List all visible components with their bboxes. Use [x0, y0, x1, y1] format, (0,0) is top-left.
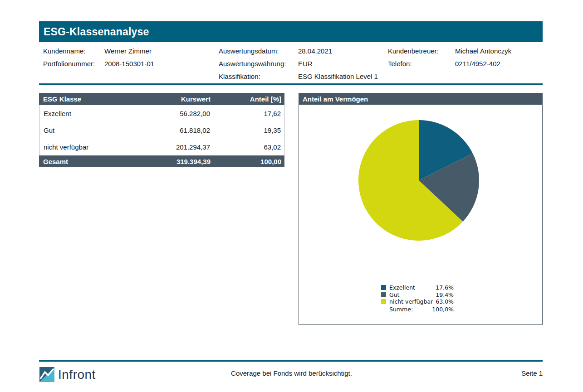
- total-label: Gesamt: [39, 158, 130, 165]
- meta-label: Kundenbetreuer:: [388, 47, 455, 55]
- cell-kurswert: 201.294,37: [129, 143, 210, 151]
- chart-panel: Anteil am Vermögen Exzellent 17,6% Gut 1…: [299, 93, 543, 325]
- meta-label: Portfolionummer:: [43, 60, 104, 68]
- legend-percent: 17,6%: [436, 284, 454, 291]
- table-header-row: ESG Klasse Kurswert Anteil [%]: [39, 93, 284, 105]
- legend-item: Exzellent 17,6%: [381, 284, 454, 291]
- table-row: Gut 61.818,02 19,35: [39, 122, 284, 139]
- legend-label: Exzellent: [389, 284, 415, 291]
- table-total-row: Gesamt 319.394,39 100,00: [39, 155, 284, 167]
- cell-kurswert: 61.818,02: [129, 126, 210, 134]
- meta-pair: Auswertungswährung: EUR: [219, 57, 378, 70]
- meta-column-customer: Kundenname: Werner Zimmer Portfolionumme…: [43, 44, 154, 70]
- pie-chart: [358, 120, 479, 241]
- meta-pair: Telefon: 0211/4952-402: [388, 57, 511, 70]
- column-header-kurswert: Kurswert: [130, 95, 211, 103]
- meta-label: Kundenname:: [43, 47, 104, 55]
- footer-note: Coverage bei Fonds wird berücksichtigt.: [0, 369, 583, 377]
- total-kurswert: 319.394,39: [130, 158, 211, 165]
- meta-column-advisor: Kundenbetreuer: Michael Antonczyk Telefo…: [388, 44, 511, 70]
- legend-label: nicht verfügbar: [389, 298, 433, 305]
- meta-value: Michael Antonczyk: [455, 47, 511, 55]
- legend-swatch-nicht-verfuegbar: [381, 299, 386, 304]
- meta-value: 2008-150301-01: [104, 60, 154, 68]
- column-header-anteil: Anteil [%]: [211, 95, 284, 103]
- legend-item: nicht verfügbar 63,0%: [381, 298, 454, 305]
- cell-anteil: 17,62: [210, 110, 284, 117]
- meta-value: EUR: [298, 60, 313, 68]
- cell-kurswert: 56.282,00: [129, 110, 210, 117]
- legend-percent: 19,4%: [436, 291, 454, 298]
- meta-pair: Kundenname: Werner Zimmer: [43, 44, 154, 57]
- legend-swatch-exzellent: [381, 285, 386, 290]
- meta-pair: Portfolionummer: 2008-150301-01: [43, 57, 154, 70]
- chart-legend: Exzellent 17,6% Gut 19,4% nicht verfügba…: [381, 284, 454, 313]
- legend-label: Gut: [389, 291, 400, 298]
- report-meta-section: Kundenname: Werner Zimmer Portfolionumme…: [39, 44, 543, 82]
- separator-line-top: [39, 83, 543, 85]
- page-title: ESG-Klassenanalyse: [44, 26, 149, 38]
- table-row: nicht verfügbar 201.294,37 63,02: [39, 139, 284, 155]
- cell-anteil: 63,02: [210, 143, 284, 151]
- total-anteil: 100,00: [211, 158, 284, 165]
- meta-label: Auswertungsdatum:: [219, 47, 298, 55]
- legend-swatch-gut: [381, 292, 386, 297]
- chart-panel-title: Anteil am Vermögen: [299, 93, 543, 105]
- meta-label: Auswertungswährung:: [219, 60, 298, 68]
- legend-label: Summe:: [389, 306, 413, 313]
- pie-chart-svg: [358, 120, 479, 241]
- meta-column-evaluation: Auswertungsdatum: 28.04.2021 Auswertungs…: [219, 44, 378, 82]
- page-number: Seite 1: [521, 369, 543, 377]
- cell-esg-klasse: nicht verfügbar: [39, 143, 129, 151]
- legend-total-row: Summe: 100,0%: [381, 306, 454, 313]
- cell-esg-klasse: Gut: [39, 126, 129, 134]
- meta-value: 28.04.2021: [298, 47, 332, 55]
- cell-anteil: 19,35: [210, 126, 284, 134]
- meta-pair: Klassifikation: ESG Klassifikation Level…: [219, 70, 378, 82]
- table-row: Exzellent 56.282,00 17,62: [39, 105, 284, 122]
- meta-pair: Kundenbetreuer: Michael Antonczyk: [388, 44, 511, 57]
- esg-class-table: ESG Klasse Kurswert Anteil [%] Exzellent…: [39, 93, 284, 167]
- separator-line-bottom: [39, 360, 543, 362]
- legend-percent: 63,0%: [436, 298, 454, 305]
- cell-esg-klasse: Exzellent: [39, 110, 129, 117]
- report-title-bar: ESG-Klassenanalyse: [39, 21, 543, 42]
- meta-value: ESG Klassifikation Level 1: [298, 73, 378, 80]
- meta-value: 0211/4952-402: [455, 60, 500, 68]
- meta-value: Werner Zimmer: [104, 47, 152, 55]
- legend-item: Gut 19,4%: [381, 291, 454, 298]
- meta-pair: Auswertungsdatum: 28.04.2021: [219, 44, 378, 57]
- column-header-esg-klasse: ESG Klasse: [39, 95, 130, 103]
- table-body: Exzellent 56.282,00 17,62 Gut 61.818,02 …: [39, 105, 284, 155]
- legend-percent: 100,0%: [432, 306, 454, 313]
- meta-label: Klassifikation:: [219, 73, 298, 80]
- meta-label: Telefon:: [388, 60, 455, 68]
